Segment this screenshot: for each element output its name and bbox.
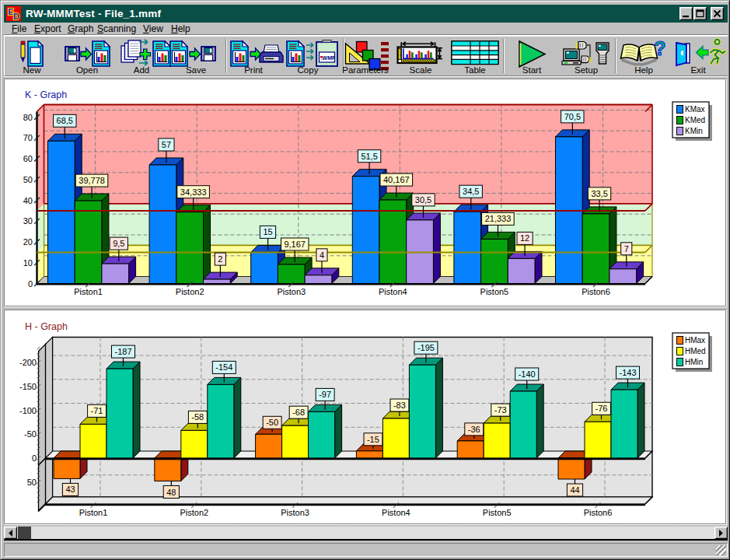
svg-text:Piston2: Piston2 [180,508,208,517]
svg-text:40,167: 40,167 [383,175,410,184]
svg-text:12: 12 [520,233,529,243]
svg-text:44: 44 [570,485,579,495]
svg-text:Save: Save [186,65,206,75]
svg-text:Print: Print [244,65,263,75]
svg-text:Piston6: Piston6 [582,287,610,296]
svg-text:4: 4 [320,250,324,260]
svg-text:9,167: 9,167 [284,240,306,249]
svg-text:-100: -100 [19,406,37,415]
svg-text:Piston6: Piston6 [584,508,613,517]
svg-text:Piston5: Piston5 [480,287,509,296]
svg-text:Help: Help [634,65,653,75]
svg-text:-200: -200 [19,358,37,367]
svg-text:HMed: HMed [685,347,706,355]
svg-text:60: 60 [23,154,33,163]
svg-text:Setup: Setup [575,65,598,75]
svg-text:Piston4: Piston4 [379,287,407,296]
svg-text:20: 20 [23,237,33,247]
svg-text:-71: -71 [91,406,103,415]
svg-text:H - Graph: H - Graph [25,321,68,332]
svg-text:HMax: HMax [685,336,705,345]
svg-text:50: 50 [27,478,37,487]
svg-text:0: 0 [28,279,33,289]
svg-text:Start: Start [522,65,542,75]
svg-text:21,333: 21,333 [485,214,512,223]
svg-text:-36: -36 [468,425,480,434]
svg-text:Piston5: Piston5 [483,508,512,517]
svg-text:Exit: Exit [690,65,706,75]
svg-text:Copy: Copy [298,65,319,75]
svg-text:Piston2: Piston2 [176,287,204,296]
svg-text:0: 0 [32,453,37,463]
svg-text:-97: -97 [319,390,331,399]
svg-text:-15: -15 [367,435,379,444]
svg-text:KMax: KMax [685,105,705,114]
svg-text:30,5: 30,5 [415,195,431,205]
svg-text:-50: -50 [266,418,278,427]
svg-text:Piston4: Piston4 [382,508,410,517]
svg-text:39,778: 39,778 [79,176,105,185]
svg-text:Scale: Scale [410,65,432,75]
svg-text:HMin: HMin [685,358,703,366]
svg-text:68,5: 68,5 [57,116,73,125]
svg-text:Piston1: Piston1 [74,287,103,296]
svg-text:Piston3: Piston3 [277,287,306,296]
svg-text:Piston3: Piston3 [281,508,309,517]
svg-text:K - Graph: K - Graph [25,89,67,100]
svg-text:-154: -154 [215,362,232,372]
svg-text:43: 43 [65,485,75,494]
svg-text:Piston1: Piston1 [79,508,108,517]
svg-text:Add: Add [134,65,149,75]
svg-text:?: ? [654,37,665,59]
svg-text:-58: -58 [191,412,204,422]
svg-text:KMed: KMed [685,116,705,124]
svg-text:-68: -68 [292,408,305,417]
svg-text:51,5: 51,5 [361,152,377,161]
svg-text:New: New [23,65,41,75]
svg-text:-140: -140 [519,369,536,379]
svg-text:30: 30 [23,216,33,226]
svg-text:-195: -195 [417,343,435,352]
svg-text:10: 10 [23,258,33,268]
svg-text:-150: -150 [19,382,37,391]
svg-text:-83: -83 [393,401,406,410]
svg-text:70: 70 [23,133,33,142]
svg-text:-143: -143 [619,368,636,377]
svg-text:Parameters: Parameters [342,65,389,75]
svg-text:70,5: 70,5 [564,112,581,121]
svg-text:57: 57 [162,140,171,149]
svg-text:7: 7 [624,244,629,254]
svg-text:-73: -73 [494,405,507,415]
svg-text:.WMF: .WMF [321,55,336,61]
svg-text:-50: -50 [24,429,37,439]
svg-text:40: 40 [23,196,33,205]
svg-text:KMin: KMin [685,127,703,135]
svg-text:34,333: 34,333 [180,187,207,197]
svg-text:15: 15 [263,227,272,236]
svg-text:-187: -187 [114,347,131,356]
svg-text:-76: -76 [596,404,608,413]
svg-text:Table: Table [464,65,486,75]
svg-text:9,5: 9,5 [113,239,124,248]
svg-text:2: 2 [218,254,222,264]
svg-text:80: 80 [23,113,33,122]
svg-text:33,5: 33,5 [591,189,607,198]
svg-text:48: 48 [166,488,176,497]
svg-text:50: 50 [23,175,33,184]
svg-text:34,5: 34,5 [463,187,479,196]
svg-text:D: D [13,12,19,21]
svg-text:Open: Open [76,65,98,75]
